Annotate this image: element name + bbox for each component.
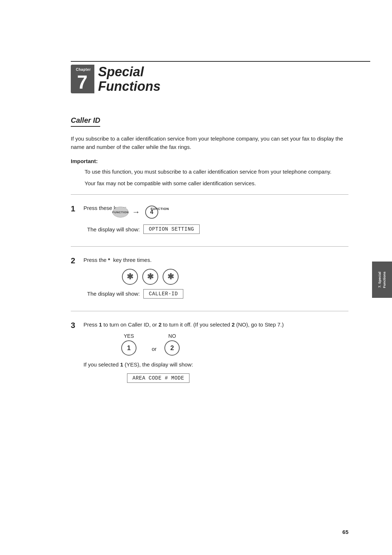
step-1: 1 Press these keys: FUNCTION FUNCTION → …: [71, 198, 348, 243]
step-2-keys: ✱ ✱ ✱: [120, 269, 348, 285]
divider-2: [71, 246, 348, 247]
function-key: FUNCTION: [113, 207, 128, 218]
star-key-1: ✱: [122, 269, 138, 285]
display-value-1: OPTION SETTING: [143, 224, 200, 234]
bullet-list: To use this function, you must subscribe…: [78, 168, 348, 188]
step-1-display: The display will show: OPTION SETTING: [87, 224, 348, 234]
step-2-content: Press the * key three times. ✱ ✱ ✱ The d…: [83, 250, 348, 307]
yes-group: YES 1: [120, 333, 138, 356]
intro-text: If you subscribe to a caller identificat…: [71, 134, 348, 151]
top-rule: [71, 61, 370, 62]
step-2-display: The display will show: CALLER-ID: [87, 289, 348, 299]
page-number: 65: [342, 529, 348, 535]
important-label: Important:: [71, 158, 348, 164]
page: Chapter 7 Special Functions Caller ID If…: [0, 0, 392, 555]
step-2: 2 Press the * key three times. ✱ ✱ ✱ The…: [71, 250, 348, 307]
section-heading: Caller ID: [71, 116, 100, 127]
sidebar-tab: 7. SpecialFunctions: [372, 262, 392, 298]
if-selected-text: If you selected 1 (YES), the display wil…: [83, 361, 348, 369]
divider-3: [71, 311, 348, 311]
bullet-text-2: Your fax may not be compatible with some…: [85, 179, 256, 188]
yes-label: YES: [124, 333, 134, 339]
arrow-icon: →: [132, 207, 140, 217]
no-label: NO: [168, 333, 176, 339]
chapter-title-line1: Special: [98, 65, 160, 79]
step-1-number: 1: [71, 204, 75, 214]
step-3: 3 Press 1 to turn on Caller ID, or 2 to …: [71, 315, 348, 392]
step-3-text: Press 1 to turn on Caller ID, or 2 to tu…: [83, 321, 348, 329]
key-1: 1: [121, 340, 136, 356]
display-value-3: AREA CODE # MODE: [127, 373, 189, 383]
star-key-2: ✱: [142, 269, 158, 285]
key-4: 4: [145, 206, 158, 219]
step-2-text: Press the * key three times.: [83, 256, 348, 264]
step-1-content: Press these keys: FUNCTION FUNCTION → 4: [83, 198, 348, 243]
or-text: or: [152, 346, 156, 352]
key-2: 2: [164, 340, 180, 356]
display-value-2: CALLER-ID: [143, 289, 183, 299]
display-label-2: The display will show:: [87, 291, 140, 297]
chapter-block: Chapter 7 Special Functions: [71, 65, 160, 93]
divider-1: [71, 194, 348, 195]
bullet-text-1: To use this function, you must subscribe…: [85, 168, 331, 176]
bullet-item-1: To use this function, you must subscribe…: [85, 168, 348, 176]
main-content: If you subscribe to a caller identificat…: [71, 134, 348, 392]
display-label-1: The display will show:: [87, 226, 140, 232]
sidebar-tab-text: 7. SpecialFunctions: [377, 271, 387, 288]
chapter-title-line2: Functions: [98, 79, 160, 94]
step-3-content: Press 1 to turn on Caller ID, or 2 to tu…: [83, 315, 348, 392]
no-group: NO 2: [163, 333, 181, 356]
step-1-keys: FUNCTION → 4: [113, 206, 348, 219]
star-key-3: ✱: [163, 269, 179, 285]
yes-no-row: YES 1 or NO 2: [120, 333, 348, 356]
step-3-number: 3: [71, 321, 75, 330]
bullet-item-2: Your fax may not be compatible with some…: [85, 179, 348, 188]
chapter-number: 7: [76, 73, 90, 92]
step-3-display: AREA CODE # MODE: [127, 373, 348, 383]
chapter-title: Special Functions: [94, 65, 160, 93]
step-2-number: 2: [71, 256, 75, 266]
